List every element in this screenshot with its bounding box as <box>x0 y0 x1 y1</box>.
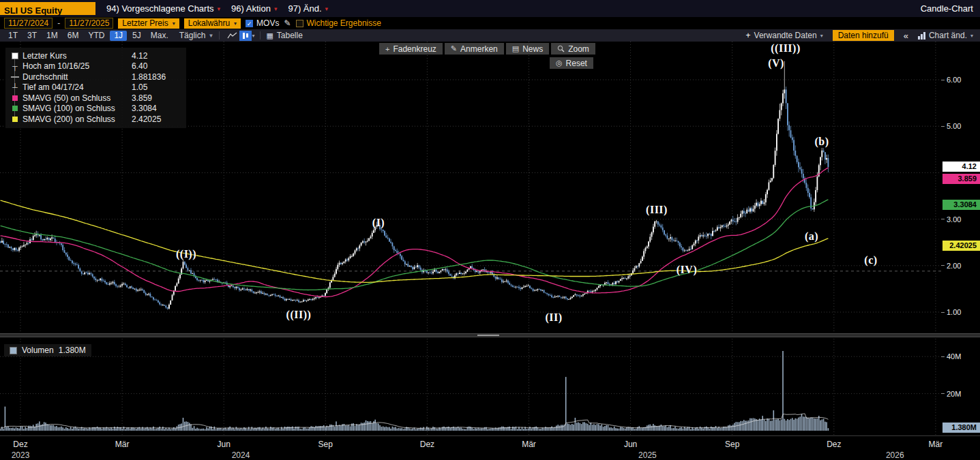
price-badge: 3.859 <box>942 174 980 184</box>
tick-label: 20M <box>947 390 961 398</box>
range-tab-1m[interactable]: 1M <box>42 31 62 41</box>
line-chart-icon <box>227 32 237 40</box>
elliott-wave-label: ((I)) <box>176 248 196 260</box>
volume-axis-tick: 20M <box>941 389 961 399</box>
elliott-wave-label: (II) <box>545 311 562 324</box>
legend-row: ┬Hoch am 10/16/256.40 <box>10 61 179 72</box>
volume-series-icon <box>10 347 17 354</box>
menu-label: 96) Aktion <box>231 3 271 14</box>
menu-aktion[interactable]: 96) Aktion ▾ <box>231 3 277 14</box>
candle-chart-icon-button[interactable] <box>239 31 252 41</box>
tick-mark <box>941 312 945 313</box>
chart-change-dropdown[interactable]: Chart änd. ▾ <box>918 31 973 40</box>
reset-label: Reset <box>566 59 587 68</box>
date-from-input[interactable]: 11/27/2024 <box>4 18 53 29</box>
volume-layer <box>0 351 829 431</box>
menu-label: 97) Änd. <box>288 3 321 14</box>
elliott-wave-label: ((II)) <box>286 309 312 321</box>
tick-mark <box>941 265 945 266</box>
time-axis-month-label: Jun <box>617 440 644 449</box>
menu-aend[interactable]: 97) Änd. ▾ <box>288 3 328 14</box>
range-tab-1j[interactable]: 1J <box>110 31 127 41</box>
tick-label: 6.00 <box>947 76 961 84</box>
price-axis-tick: 3.00 <box>941 215 961 224</box>
related-data-label: Verwandte Daten <box>754 31 817 40</box>
chevron-down-icon: ▼ <box>208 33 213 39</box>
table-button[interactable]: ▦ Tabelle <box>266 31 302 40</box>
movs-checkbox[interactable]: ✓ MOVs <box>246 18 279 28</box>
chart-type-title: Candle-Chart <box>921 3 980 14</box>
price-badge: 2.42025 <box>942 241 980 251</box>
price-axis-tick: 1.00 <box>941 307 961 317</box>
range-tab-6m[interactable]: 6M <box>63 31 83 41</box>
zoom-button[interactable]: Zoom <box>551 43 595 55</box>
ticker-box[interactable]: SLI US Equity <box>0 2 95 15</box>
average-line-icon <box>10 76 20 78</box>
bar-chart-icon <box>918 32 925 40</box>
frequency-dropdown[interactable]: Täglich ▼ <box>179 31 214 40</box>
edit-pencil-icon[interactable]: ✎ <box>284 18 291 28</box>
important-results-label: Wichtige Ergebnisse <box>307 18 381 28</box>
chart-tools: + Fadenkreuz ✎ Anmerken ▤ News Zoom <box>379 43 595 55</box>
related-data-dropdown[interactable]: + Verwandte Daten ▾ <box>746 31 823 40</box>
add-data-button[interactable]: Daten hinzufü <box>833 30 894 41</box>
annotate-button[interactable]: ✎ Anmerken <box>445 43 504 55</box>
crosshair-button[interactable]: + Fadenkreuz <box>379 43 443 55</box>
panel-splitter[interactable] <box>0 333 980 337</box>
elliott-wave-label: (IV) <box>677 264 697 276</box>
price-source-dropdown[interactable]: Letzter Preis ▾ <box>118 18 179 29</box>
reset-button[interactable]: ◎ Reset <box>550 57 593 69</box>
range-tabs: 1T3T1M6MYTD1J5JMax. <box>4 31 173 41</box>
crosshair-label: Fadenkreuz <box>393 44 436 54</box>
time-axis-month-label: Dez <box>820 440 848 449</box>
title-bar: SLI US Equity 94) Vorgeschlagene Charts … <box>0 0 980 17</box>
legend-label: SMAVG (200) on Schluss <box>23 114 132 124</box>
tick-mark <box>941 356 945 357</box>
range-tab-3t[interactable]: 3T <box>23 31 41 41</box>
magnifier-icon <box>557 45 565 52</box>
chevron-down-icon[interactable]: ▾ <box>252 33 254 39</box>
important-results-checkbox[interactable]: Wichtige Ergebnisse <box>296 18 381 28</box>
chevron-down-icon: ▾ <box>325 5 329 12</box>
legend-value: 1.05 <box>132 82 179 92</box>
news-label: News <box>522 44 543 54</box>
legend-row: SMAVG (100) on Schluss3.3084 <box>10 104 179 114</box>
range-tab-5j[interactable]: 5J <box>128 31 145 41</box>
chevron-down-icon: ▾ <box>820 33 823 39</box>
range-tab-max[interactable]: Max. <box>147 31 173 41</box>
chevron-down-icon: ▾ <box>173 18 175 29</box>
date-to-input[interactable]: 11/27/2025 <box>65 18 113 29</box>
high-marker-icon: ┬ <box>10 62 20 70</box>
range-tab-ytd[interactable]: YTD <box>84 31 108 41</box>
elliott-wave-label: (III) <box>646 204 668 216</box>
tick-mark <box>941 219 945 219</box>
volume-value: 1.380M <box>59 346 86 355</box>
collapse-panel-button[interactable]: « <box>904 31 908 41</box>
range-tab-1t[interactable]: 1T <box>4 31 22 41</box>
chart-legend: Letzter Kurs4.12┬Hoch am 10/16/256.40Dur… <box>5 48 186 128</box>
volume-axis-tick: 40M <box>941 352 961 361</box>
legend-label: SMAVG (50) on Schluss <box>23 93 132 103</box>
square-magenta-swatch-icon <box>10 95 20 101</box>
legend-row: Letzter Kurs4.12 <box>10 50 179 61</box>
splitter-handle-icon[interactable] <box>477 335 499 336</box>
movs-label: MOVs <box>256 18 279 28</box>
time-axis-month-label: Sep <box>719 440 746 449</box>
news-button[interactable]: ▤ News <box>506 43 549 55</box>
checkbox-empty-icon <box>296 20 303 27</box>
elliott-wave-label: (V) <box>768 57 784 70</box>
legend-label: SMAVG (100) on Schluss <box>23 104 132 113</box>
price-badge: 4.12 <box>942 162 980 172</box>
toolbar-right-group: + Verwandte Daten ▾ Daten hinzufü « Char… <box>746 30 976 41</box>
menu-vorgeschlagene-charts[interactable]: 94) Vorgeschlagene Charts ▾ <box>106 3 220 14</box>
currency-dropdown[interactable]: Lokalwähru ▾ <box>184 18 241 29</box>
chevron-down-icon: ▾ <box>274 5 278 12</box>
chevron-down-icon: ▾ <box>218 5 221 12</box>
toolbar-divider <box>219 31 220 40</box>
elliott-wave-label: (c) <box>864 254 877 266</box>
low-marker-icon: ┴ <box>10 83 20 91</box>
currency-label: Lokalwähru <box>188 18 230 29</box>
time-axis-month-label: Mär <box>516 440 543 449</box>
line-chart-icon-button[interactable] <box>225 31 239 41</box>
legend-value: 2.42025 <box>132 114 179 124</box>
